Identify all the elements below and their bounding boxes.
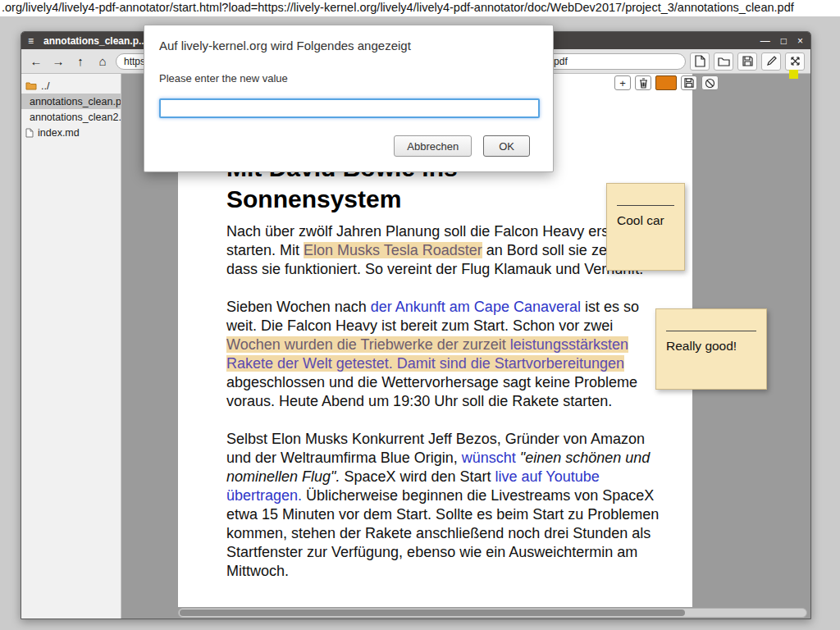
yellow-selection-marker: [789, 70, 798, 79]
note-divider-line: [617, 205, 674, 206]
up-button[interactable]: ↑: [71, 53, 89, 70]
edit-button[interactable]: [761, 52, 781, 71]
sidebar-item-label: index.md: [38, 127, 80, 139]
maximize-button[interactable]: □: [781, 35, 787, 47]
note-divider-line: [666, 331, 756, 331]
expand-icon: [790, 56, 801, 66]
sticky-note-cool-car[interactable]: Cool car: [606, 183, 685, 271]
forward-button[interactable]: →: [49, 53, 67, 70]
dialog-message: Please enter the new value: [159, 72, 538, 84]
sidebar-item-label: annotations_clean.p...: [30, 96, 121, 107]
folder-icon: [25, 81, 37, 90]
open-folder-button[interactable]: [714, 52, 733, 71]
ok-button[interactable]: OK: [483, 135, 530, 157]
save-button[interactable]: [737, 52, 757, 71]
minimize-button[interactable]: —: [760, 35, 770, 47]
edit-pencil-icon: [766, 56, 777, 66]
sidebar-item-annotations-clean[interactable]: annotations_clean.p...: [21, 94, 121, 109]
prompt-dialog: Auf lively-kernel.org wird Folgendes ang…: [144, 25, 554, 172]
cancel-button[interactable]: Abbrechen: [394, 135, 472, 157]
cancel-annotations-button[interactable]: [701, 75, 719, 90]
file-list-sidebar: ../ annotations_clean.p... annotations_c…: [21, 74, 121, 619]
sidebar-item-label: annotations_clean2...: [30, 112, 121, 123]
horizontal-scrollbar[interactable]: [178, 608, 807, 618]
save-icon: [742, 56, 753, 66]
folder-icon: [718, 57, 730, 66]
color-swatch[interactable]: [655, 75, 677, 90]
trash-icon: [639, 78, 648, 89]
save-icon: [684, 78, 694, 88]
note-text: Really good!: [666, 339, 756, 354]
browser-url-text: .org/lively4/lively4-pdf-annotator/start…: [0, 0, 840, 16]
pdf-document-text: Mit David Bowie ins Sonnensystem Nach üb…: [226, 153, 667, 600]
sticky-note-really-good[interactable]: Really good!: [655, 308, 767, 390]
delete-annotation-button[interactable]: [635, 75, 651, 90]
file-icon: [25, 128, 34, 138]
window-title: annotations_clean.p...: [43, 35, 147, 47]
back-button[interactable]: ←: [27, 53, 45, 70]
new-file-button[interactable]: [690, 52, 710, 71]
new-file-icon: [695, 55, 705, 67]
sidebar-item-annotations-clean2[interactable]: annotations_clean2...: [21, 109, 121, 125]
expand-button[interactable]: [785, 52, 805, 71]
scrollbar-thumb[interactable]: [180, 609, 685, 616]
paragraph-3: Selbst Elon Musks Konkurrent Jeff Bezos,…: [226, 430, 667, 581]
home-button[interactable]: ⌂: [94, 53, 112, 70]
sidebar-item-parent-dir[interactable]: ../: [21, 78, 121, 94]
dialog-value-input[interactable]: [159, 98, 540, 118]
hamburger-menu-icon[interactable]: ≡: [28, 35, 34, 47]
paragraph-2: Sieben Wochen nach der Ankunft am Cape C…: [226, 298, 667, 411]
close-button[interactable]: ×: [797, 35, 803, 47]
sidebar-item-label: ../: [41, 80, 49, 92]
sidebar-item-index-md[interactable]: index.md: [21, 125, 121, 140]
dialog-title: Auf lively-kernel.org wird Folgendes ang…: [159, 39, 538, 52]
save-annotations-button[interactable]: [681, 75, 697, 90]
paragraph-1: Nach über zwölf Jahren Planung soll die …: [226, 222, 667, 279]
add-annotation-button[interactable]: +: [614, 75, 631, 90]
cancel-circle-icon: [705, 78, 715, 89]
note-text: Cool car: [617, 213, 674, 228]
annotation-toolbar: +: [614, 75, 719, 90]
